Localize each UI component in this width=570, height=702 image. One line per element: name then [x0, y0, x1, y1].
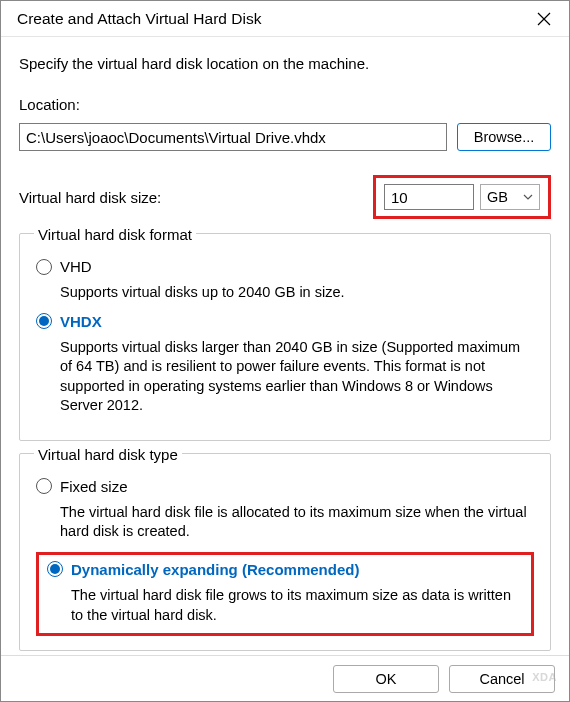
titlebar: Create and Attach Virtual Hard Disk [1, 1, 569, 37]
size-input[interactable] [384, 184, 474, 210]
radio-icon [36, 313, 52, 329]
radio-icon [47, 561, 63, 577]
chevron-down-icon [523, 192, 533, 202]
type-legend: Virtual hard disk type [34, 446, 182, 463]
size-highlight: GB [373, 175, 551, 219]
size-unit-select[interactable]: GB [480, 184, 540, 210]
format-legend: Virtual hard disk format [34, 226, 196, 243]
location-row: Browse... [19, 123, 551, 151]
instruction-text: Specify the virtual hard disk location o… [19, 55, 551, 72]
radio-fixed[interactable]: Fixed size [36, 478, 534, 495]
radio-icon [36, 259, 52, 275]
radio-icon [36, 478, 52, 494]
dialog-footer: OK Cancel [1, 655, 569, 701]
dynamic-highlight: Dynamically expanding (Recommended) The … [36, 552, 534, 636]
radio-fixed-label: Fixed size [60, 478, 128, 495]
dynamic-desc: The virtual hard disk file grows to its … [71, 586, 523, 625]
dialog-content: Specify the virtual hard disk location o… [1, 37, 569, 651]
close-icon[interactable] [533, 8, 555, 30]
vhd-desc: Supports virtual disks up to 2040 GB in … [60, 283, 534, 303]
format-fieldset: Virtual hard disk format VHD Supports vi… [19, 233, 551, 441]
radio-vhdx[interactable]: VHDX [36, 313, 534, 330]
size-row: Virtual hard disk size: GB [19, 175, 551, 219]
location-label: Location: [19, 96, 551, 113]
cancel-button[interactable]: Cancel [449, 665, 555, 693]
radio-vhdx-label: VHDX [60, 313, 102, 330]
radio-dynamic-label: Dynamically expanding (Recommended) [71, 561, 359, 578]
radio-dynamic[interactable]: Dynamically expanding (Recommended) [47, 561, 523, 578]
vhdx-desc: Supports virtual disks larger than 2040 … [60, 338, 534, 416]
size-label: Virtual hard disk size: [19, 189, 161, 206]
location-input[interactable] [19, 123, 447, 151]
radio-vhd-label: VHD [60, 258, 92, 275]
ok-button[interactable]: OK [333, 665, 439, 693]
type-fieldset: Virtual hard disk type Fixed size The vi… [19, 453, 551, 651]
radio-vhd[interactable]: VHD [36, 258, 534, 275]
window-title: Create and Attach Virtual Hard Disk [17, 10, 261, 28]
browse-button[interactable]: Browse... [457, 123, 551, 151]
size-unit-value: GB [487, 189, 508, 205]
fixed-desc: The virtual hard disk file is allocated … [60, 503, 534, 542]
